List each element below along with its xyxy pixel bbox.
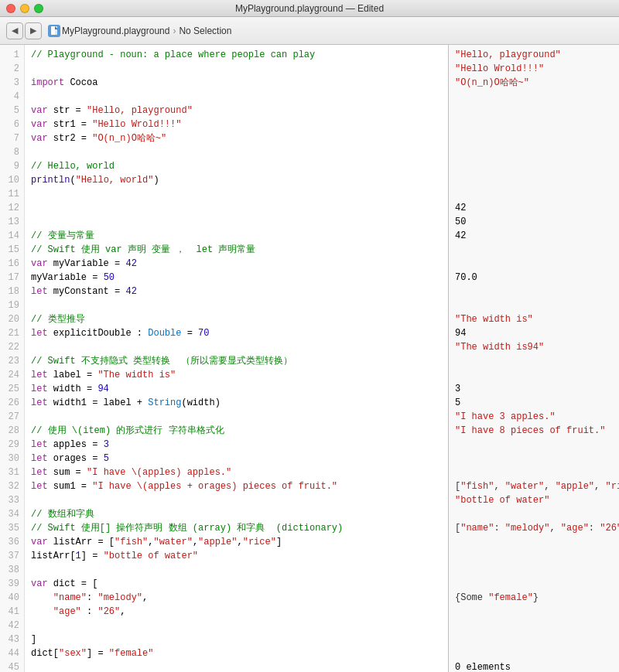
toolbar: ◀ ▶ MyPlayground.playground › No Selecti…: [0, 17, 619, 45]
window-title: MyPlayground.playground — Edited: [235, 3, 384, 14]
forward-button[interactable]: ▶: [25, 22, 42, 39]
svg-rect-1: [51, 26, 55, 35]
traffic-lights: [6, 4, 43, 13]
breadcrumb-selection: No Selection: [179, 26, 231, 36]
code-text[interactable]: // Playground - noun: a place where peop…: [25, 45, 448, 672]
nav-controls: ◀ ▶: [6, 22, 42, 39]
breadcrumb-filename: MyPlayground.playground: [62, 26, 169, 36]
breadcrumb-separator: ›: [173, 26, 176, 36]
breadcrumb: MyPlayground.playground › No Selection: [62, 26, 231, 36]
output-panel: "Hello, playground" "Hello Wrold!!!" "O(…: [449, 45, 619, 672]
code-editor[interactable]: 1 2 3 4 5 6 7 8 9 10 11 12 13 14 15 16 1…: [0, 45, 449, 672]
minimize-button[interactable]: [20, 4, 29, 13]
main-layout: 1 2 3 4 5 6 7 8 9 10 11 12 13 14 15 16 1…: [0, 45, 619, 672]
zoom-button[interactable]: [34, 4, 43, 13]
back-button[interactable]: ◀: [6, 22, 23, 39]
titlebar: MyPlayground.playground — Edited: [0, 0, 619, 17]
line-numbers: 1 2 3 4 5 6 7 8 9 10 11 12 13 14 15 16 1…: [0, 45, 25, 672]
file-icon: [48, 25, 60, 37]
close-button[interactable]: [6, 4, 15, 13]
